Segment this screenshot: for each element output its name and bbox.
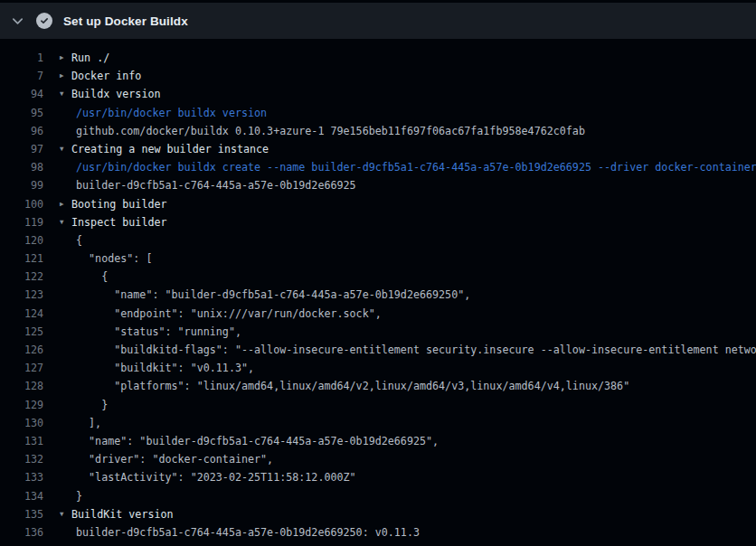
log-line: 132 "driver": "docker-container", [0, 450, 756, 468]
line-text: "name": "builder-d9cfb5a1-c764-445a-a57e… [76, 432, 439, 450]
line-number[interactable]: 125 [0, 323, 43, 341]
log-lines: 1 ▶ Run ./ 7 ▶ Docker info 94 ▼ Buildx v… [0, 39, 756, 546]
line-text: builder-d9cfb5a1-c764-445a-a57e-0b19d2e6… [76, 176, 356, 194]
log-line[interactable]: 97 ▼ Creating a new builder instance [0, 140, 756, 158]
disclosure-triangle-icon [60, 414, 76, 432]
line-number[interactable]: 96 [0, 122, 43, 140]
line-number[interactable]: 1 [0, 49, 43, 67]
disclosure-triangle-icon [60, 450, 76, 468]
line-text: /usr/bin/docker buildx version [76, 104, 267, 122]
disclosure-triangle-icon[interactable]: ▼ [60, 213, 71, 231]
line-text: "buildkit": "v0.11.3", [76, 359, 254, 377]
line-text: { [76, 231, 82, 249]
log-line[interactable]: 94 ▼ Buildx version [0, 85, 756, 103]
line-number[interactable]: 124 [0, 305, 43, 323]
log-line[interactable]: 1 ▶ Run ./ [0, 49, 756, 67]
line-number[interactable]: 94 [0, 85, 43, 103]
line-number[interactable]: 7 [0, 67, 43, 85]
line-number[interactable]: 126 [0, 341, 43, 359]
log-line[interactable]: 119 ▼ Inspect builder [0, 213, 756, 231]
log-line: 136 builder-d9cfb5a1-c764-445a-a57e-0b19… [0, 523, 756, 541]
disclosure-triangle-icon [60, 359, 76, 377]
log-line: 95 /usr/bin/docker buildx version [0, 104, 756, 122]
disclosure-triangle-icon [60, 158, 76, 176]
line-text[interactable]: Buildx version [71, 85, 161, 103]
disclosure-triangle-icon[interactable]: ▶ [60, 49, 71, 67]
log-line: 98 /usr/bin/docker buildx create --name … [0, 158, 756, 176]
disclosure-triangle-icon [60, 231, 76, 249]
line-number[interactable]: 122 [0, 268, 43, 286]
line-number[interactable]: 98 [0, 158, 43, 176]
line-number[interactable]: 133 [0, 468, 43, 486]
log-line: 131 "name": "builder-d9cfb5a1-c764-445a-… [0, 432, 756, 450]
disclosure-triangle-icon[interactable]: ▶ [60, 67, 71, 85]
disclosure-triangle-icon [60, 268, 76, 286]
line-number[interactable]: 135 [0, 505, 43, 523]
log-line: 99 builder-d9cfb5a1-c764-445a-a57e-0b19d… [0, 176, 756, 194]
line-number[interactable]: 136 [0, 523, 43, 541]
log-line: 130 ], [0, 414, 756, 432]
disclosure-triangle-icon [60, 468, 76, 486]
line-number[interactable]: 130 [0, 414, 43, 432]
line-number[interactable]: 95 [0, 104, 43, 122]
disclosure-triangle-icon [60, 341, 76, 359]
line-text[interactable]: Booting builder [71, 195, 167, 213]
line-text: "status": "running", [76, 323, 241, 341]
log-line: 126 "buildkitd-flags": "--allow-insecure… [0, 341, 756, 359]
status-check-circle-icon [36, 13, 52, 29]
line-number[interactable]: 119 [0, 213, 43, 231]
log-line[interactable]: 100 ▶ Booting builder [0, 195, 756, 213]
line-text: builder-d9cfb5a1-c764-445a-a57e-0b19d2e6… [76, 523, 420, 541]
disclosure-triangle-icon [60, 305, 76, 323]
log-line: 127 "buildkit": "v0.11.3", [0, 359, 756, 377]
line-text[interactable]: Run ./ [71, 49, 109, 67]
disclosure-triangle-icon[interactable]: ▼ [60, 140, 71, 158]
log-line: 96 github.com/docker/buildx 0.10.3+azure… [0, 122, 756, 140]
log-line: 123 "name": "builder-d9cfb5a1-c764-445a-… [0, 286, 756, 304]
line-number[interactable]: 127 [0, 359, 43, 377]
line-text: "driver": "docker-container", [76, 450, 273, 468]
log-line[interactable]: 7 ▶ Docker info [0, 67, 756, 85]
disclosure-triangle-icon [60, 487, 76, 505]
log-line: 122 { [0, 268, 756, 286]
line-text[interactable]: BuildKit version [71, 505, 174, 523]
line-number[interactable]: 132 [0, 450, 43, 468]
line-text: ], [76, 414, 101, 432]
line-number[interactable]: 121 [0, 249, 43, 268]
disclosure-triangle-icon [60, 323, 76, 341]
step-header[interactable]: Set up Docker Buildx [0, 3, 756, 39]
workflow-log-viewer: Set up Docker Buildx 1 ▶ Run ./ 7 ▶ Dock… [0, 0, 756, 546]
line-number[interactable]: 131 [0, 432, 43, 450]
log-line[interactable]: 135 ▼ BuildKit version [0, 505, 756, 523]
line-text: "lastActivity": "2023-02-25T11:58:12.000… [76, 468, 356, 486]
line-number[interactable]: 97 [0, 140, 43, 158]
disclosure-triangle-icon [60, 122, 76, 140]
disclosure-triangle-icon[interactable]: ▼ [60, 505, 71, 523]
line-number[interactable]: 120 [0, 231, 43, 249]
line-number[interactable]: 134 [0, 487, 43, 505]
line-text[interactable]: Inspect builder [71, 213, 167, 231]
disclosure-triangle-icon[interactable]: ▶ [60, 195, 71, 213]
disclosure-triangle-icon [60, 432, 76, 450]
step-title: Set up Docker Buildx [63, 14, 188, 28]
line-text[interactable]: Creating a new builder instance [71, 140, 269, 158]
line-text: "buildkitd-flags": "--allow-insecure-ent… [76, 341, 756, 359]
line-text: "platforms": "linux/amd64,linux/amd64/v2… [76, 377, 629, 395]
line-number[interactable]: 100 [0, 195, 43, 213]
line-text: } [76, 487, 82, 505]
log-line: 133 "lastActivity": "2023-02-25T11:58:12… [0, 468, 756, 486]
line-number[interactable]: 129 [0, 396, 43, 414]
line-text[interactable]: Docker info [71, 67, 141, 85]
line-number[interactable]: 99 [0, 176, 43, 194]
disclosure-triangle-icon[interactable]: ▼ [60, 85, 71, 103]
line-text: /usr/bin/docker buildx create --name bui… [76, 158, 756, 176]
disclosure-triangle-icon [60, 286, 76, 304]
line-number[interactable]: 123 [0, 286, 43, 304]
line-number[interactable]: 128 [0, 377, 43, 395]
disclosure-triangle-icon [60, 377, 76, 395]
log-line: 128 "platforms": "linux/amd64,linux/amd6… [0, 377, 756, 395]
disclosure-triangle-icon [60, 249, 76, 268]
line-text: { [76, 268, 108, 286]
line-text: "nodes": [ [76, 249, 152, 268]
chevron-down-icon [11, 14, 24, 28]
